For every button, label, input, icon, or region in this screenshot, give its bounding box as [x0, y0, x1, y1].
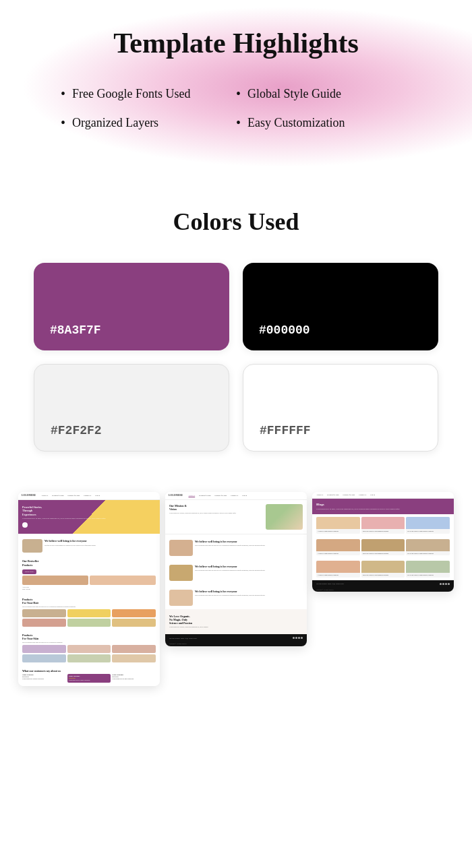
color-hex-black: #000000 [259, 323, 310, 337]
mini-nav-home: LOGOMERE About Us Products for Hair Prod… [18, 492, 160, 500]
mini-logo: LOGOMERE [22, 494, 36, 497]
colors-grid: #8A3F7F #000000 #F2F2F2 #FFFFFF [34, 263, 438, 452]
hero-section: Template Highlights • Free Google Fonts … [0, 0, 472, 174]
mini-site-home: LOGOMERE About Us Products for Hair Prod… [18, 492, 160, 686]
bullet-icon-1: • [61, 86, 65, 102]
color-swatch-light-gray: #F2F2F2 [34, 364, 229, 452]
mini-hero-home: Powerful Stories,ThroughExperiences Lore… [18, 500, 160, 534]
color-swatch-purple: #8A3F7F [34, 263, 229, 350]
mini-hero-blog: Blogs Lorem ipsum dolor sit amet, consec… [312, 499, 454, 514]
mini-nav-blog: About Us Products for Hair Products for … [312, 492, 454, 499]
color-hex-purple: #8A3F7F [50, 323, 101, 337]
highlight-label-2: Global Style Guide [247, 87, 341, 101]
highlight-label-4: Easy Customization [247, 116, 345, 130]
colors-title: Colors Used [34, 208, 438, 236]
color-swatch-white: #FFFFFF [243, 364, 438, 452]
bullet-icon-3: • [61, 115, 65, 131]
mini-site-about: LOGOMERE About Us Products for Hair Prod… [165, 492, 307, 646]
highlight-item-1: • Free Google Fonts Used [61, 84, 236, 104]
highlights-grid: • Free Google Fonts Used • Global Style … [61, 84, 411, 133]
color-swatch-black: #000000 [243, 263, 438, 350]
mini-nav-about: LOGOMERE About Us Products for Hair Prod… [165, 492, 307, 500]
color-hex-light-gray: #F2F2F2 [51, 424, 102, 437]
highlight-item-2: • Global Style Guide [236, 84, 411, 104]
page-title: Template Highlights [13, 27, 459, 59]
preview-frame-blog: About Us Products for Hair Products for … [312, 492, 454, 592]
highlight-item-3: • Organized Layers [61, 113, 236, 133]
colors-section: Colors Used #8A3F7F #000000 #F2F2F2 #FFF… [0, 174, 472, 478]
highlight-item-4: • Easy Customization [236, 113, 411, 133]
preview-frame-home: LOGOMERE About Us Products for Hair Prod… [18, 492, 160, 686]
bullet-icon-2: • [236, 86, 241, 102]
color-hex-white: #FFFFFF [260, 424, 311, 437]
preview-frame-about: LOGOMERE About Us Products for Hair Prod… [165, 492, 307, 646]
bullet-icon-4: • [236, 115, 241, 131]
highlight-label-3: Organized Layers [72, 116, 158, 130]
preview-grid: LOGOMERE About Us Products for Hair Prod… [7, 492, 465, 686]
preview-section: LOGOMERE About Us Products for Hair Prod… [0, 478, 472, 713]
highlight-label-1: Free Google Fonts Used [72, 87, 190, 101]
mini-site-blog: About Us Products for Hair Products for … [312, 492, 454, 592]
